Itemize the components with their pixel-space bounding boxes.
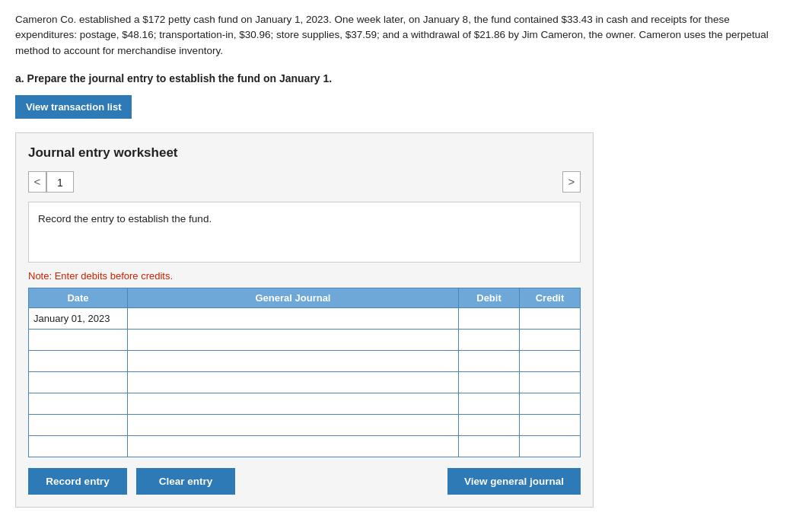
nav-next-button[interactable]: > — [562, 171, 581, 193]
cell-journal[interactable] — [128, 435, 459, 457]
cell-debit[interactable] — [459, 350, 520, 371]
cell-debit[interactable] — [459, 329, 520, 350]
debit-input[interactable] — [462, 438, 516, 455]
col-header-credit: Credit — [520, 288, 581, 307]
table-row — [29, 350, 581, 371]
cell-date — [29, 371, 128, 393]
table-row — [29, 435, 581, 457]
debit-input[interactable] — [462, 395, 516, 412]
cell-date — [29, 435, 128, 457]
col-header-journal: General Journal — [128, 288, 459, 307]
col-header-date: Date — [29, 288, 128, 307]
cell-date — [29, 414, 128, 435]
debit-input[interactable] — [462, 416, 516, 434]
cell-journal[interactable] — [128, 350, 459, 371]
debit-input[interactable] — [462, 331, 516, 349]
instruction-box: Record the entry to establish the fund. — [28, 202, 581, 263]
cell-date — [29, 350, 128, 371]
cell-credit[interactable] — [520, 350, 581, 371]
cell-date — [29, 393, 128, 414]
table-row — [29, 414, 581, 435]
nav-prev-button[interactable]: < — [28, 171, 46, 193]
footer-buttons: Record entry Clear entry View general jo… — [28, 468, 581, 495]
journal-input[interactable] — [131, 416, 455, 434]
cell-credit[interactable] — [520, 329, 581, 350]
cell-journal[interactable] — [128, 329, 459, 350]
view-general-journal-button[interactable]: View general journal — [447, 468, 581, 495]
cell-credit[interactable] — [520, 414, 581, 435]
note-text: Note: Enter debits before credits. — [28, 270, 581, 282]
view-transaction-list-button[interactable]: View transaction list — [15, 95, 132, 119]
cell-debit[interactable] — [459, 393, 520, 414]
cell-date: January 01, 2023 — [29, 307, 128, 329]
credit-input[interactable] — [523, 438, 577, 455]
page-number: 1 — [46, 171, 74, 193]
journal-input[interactable] — [131, 310, 455, 327]
cell-debit[interactable] — [459, 435, 520, 457]
col-header-debit: Debit — [459, 288, 520, 307]
cell-credit[interactable] — [520, 435, 581, 457]
debit-input[interactable] — [462, 310, 516, 327]
journal-input[interactable] — [131, 352, 455, 370]
clear-entry-button[interactable]: Clear entry — [136, 468, 235, 495]
instruction-text: Record the entry to establish the fund. — [38, 213, 212, 224]
cell-credit[interactable] — [520, 371, 581, 393]
journal-table: Date General Journal Debit Credit Januar… — [28, 288, 581, 457]
cell-debit[interactable] — [459, 414, 520, 435]
table-row — [29, 371, 581, 393]
cell-journal[interactable] — [128, 371, 459, 393]
part-label: a. Prepare the journal entry to establis… — [15, 72, 797, 84]
debit-input[interactable] — [462, 352, 516, 370]
cell-journal[interactable] — [128, 393, 459, 414]
table-row — [29, 329, 581, 350]
credit-input[interactable] — [523, 374, 577, 391]
journal-input[interactable] — [131, 395, 455, 412]
cell-credit[interactable] — [520, 393, 581, 414]
table-row: January 01, 2023 — [29, 307, 581, 329]
credit-input[interactable] — [523, 395, 577, 412]
problem-text: Cameron Co. established a $172 petty cas… — [15, 12, 791, 59]
journal-input[interactable] — [131, 374, 455, 391]
nav-row: < 1 > — [28, 171, 581, 193]
cell-date — [29, 329, 128, 350]
credit-input[interactable] — [523, 331, 577, 349]
worksheet-container: Journal entry worksheet < 1 > Record the… — [15, 132, 594, 508]
debit-input[interactable] — [462, 374, 516, 391]
cell-journal[interactable] — [128, 307, 459, 329]
journal-input[interactable] — [131, 331, 455, 349]
cell-credit[interactable] — [520, 307, 581, 329]
credit-input[interactable] — [523, 310, 577, 327]
record-entry-button[interactable]: Record entry — [28, 468, 127, 495]
journal-input[interactable] — [131, 438, 455, 455]
cell-debit[interactable] — [459, 371, 520, 393]
table-row — [29, 393, 581, 414]
cell-debit[interactable] — [459, 307, 520, 329]
cell-journal[interactable] — [128, 414, 459, 435]
credit-input[interactable] — [523, 352, 577, 370]
worksheet-title: Journal entry worksheet — [28, 145, 581, 161]
credit-input[interactable] — [523, 416, 577, 434]
